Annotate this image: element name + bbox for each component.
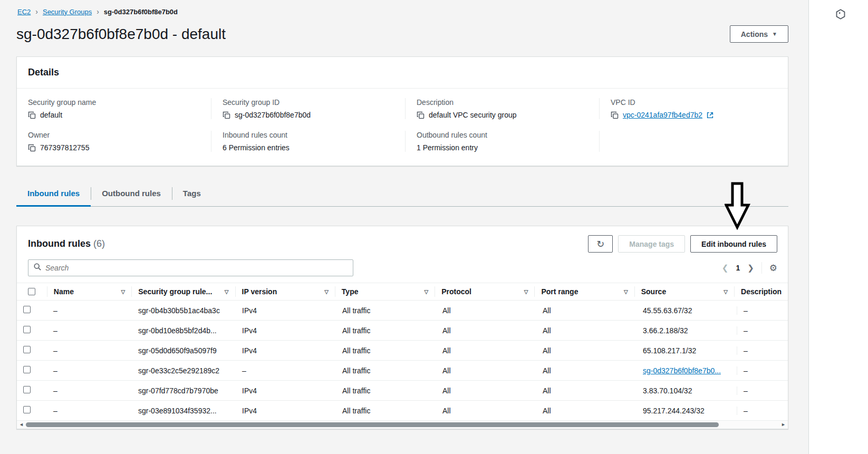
hexagon-extension-icon[interactable] — [835, 8, 846, 22]
field-security-group-name: Security group name default — [17, 98, 211, 119]
column-source: Source — [641, 287, 666, 296]
column-protocol: Protocol — [441, 287, 471, 296]
scrollbar-thumb[interactable] — [26, 422, 719, 427]
filter-icon[interactable]: ▽ — [121, 289, 126, 295]
breadcrumb-separator-icon: › — [35, 7, 38, 16]
cell-protocol: All — [436, 326, 536, 335]
filter-icon[interactable]: ▽ — [624, 289, 628, 295]
column-rule-id: Security group rule... — [138, 287, 212, 296]
scrollbar-track[interactable] — [26, 422, 779, 427]
next-page-icon[interactable]: ❯ — [747, 263, 754, 273]
horizontal-scrollbar[interactable]: ◄ ► — [17, 421, 788, 429]
actions-button[interactable]: Actions ▼ — [730, 25, 788, 43]
table-row[interactable]: – sgr-0bd10e8b5bf2d4b... IPv4 All traffi… — [17, 321, 788, 341]
table-row[interactable]: – sgr-0e33c2c5e292189c2 – All traffic Al… — [17, 361, 788, 381]
tab-outbound-rules[interactable]: Outbound rules — [91, 182, 172, 206]
vpc-id-link[interactable]: vpc-0241afa97fb4ed7b2 — [623, 111, 702, 119]
breadcrumb: EC2 › Security Groups › sg-0d327b6f0bf8e… — [16, 0, 788, 16]
copy-icon[interactable] — [28, 111, 36, 119]
filter-icon[interactable]: ▽ — [524, 289, 528, 295]
cell-rule-id: sgr-03e891034f35932... — [132, 407, 236, 415]
details-title: Details — [28, 67, 777, 78]
table-row[interactable]: – sgr-03e891034f35932... IPv4 All traffi… — [17, 401, 788, 421]
tab-inbound-rules[interactable]: Inbound rules — [16, 182, 91, 207]
cell-port-range: All — [536, 346, 636, 355]
inbound-rules-title: Inbound rules (6) — [28, 238, 105, 249]
refresh-icon: ↻ — [596, 239, 604, 249]
row-checkbox[interactable] — [23, 346, 31, 353]
filter-icon[interactable]: ▽ — [424, 289, 428, 295]
cell-port-range: All — [536, 306, 636, 315]
cell-description: – — [737, 407, 788, 415]
field-label: Outbound rules count — [417, 131, 588, 139]
row-checkbox[interactable] — [23, 326, 31, 333]
copy-icon[interactable] — [223, 111, 230, 119]
select-all-checkbox[interactable] — [28, 288, 35, 295]
cell-type: All traffic — [336, 366, 436, 375]
cell-rule-id: sgr-0bd10e8b5bf2d4b... — [132, 326, 236, 335]
field-value: 6 Permission entries — [223, 143, 290, 152]
breadcrumb-ec2-link[interactable]: EC2 — [17, 8, 31, 16]
search-input[interactable] — [45, 264, 348, 272]
cell-source: 3.83.70.104/32 — [636, 387, 737, 395]
column-ip-version: IP version — [242, 287, 277, 296]
field-label: Inbound rules count — [223, 131, 394, 139]
cell-source: 45.55.63.67/32 — [636, 306, 737, 315]
tab-tags[interactable]: Tags — [172, 182, 212, 206]
prev-page-icon[interactable]: ❮ — [722, 263, 729, 273]
row-checkbox[interactable] — [23, 366, 31, 373]
column-port-range: Port range — [541, 287, 578, 296]
manage-tags-button[interactable]: Manage tags — [618, 235, 685, 253]
tab-bar: Inbound rules Outbound rules Tags — [16, 182, 788, 207]
copy-icon[interactable] — [28, 144, 36, 152]
row-checkbox[interactable] — [23, 386, 31, 393]
filter-icon[interactable]: ▽ — [724, 289, 728, 295]
inbound-rules-table: Name▽ Security group rule...▽ IP version… — [17, 283, 788, 429]
cell-protocol: All — [436, 387, 536, 395]
field-inbound-rules-count: Inbound rules count 6 Permission entries — [211, 131, 405, 152]
search-box[interactable] — [28, 259, 353, 276]
edit-inbound-rules-button[interactable]: Edit inbound rules — [690, 235, 777, 253]
cell-type: All traffic — [336, 387, 436, 395]
search-icon — [34, 263, 41, 273]
cell-protocol: All — [436, 407, 536, 415]
field-label: VPC ID — [611, 98, 777, 107]
field-empty — [599, 131, 788, 152]
table-header-row: Name▽ Security group rule...▽ IP version… — [17, 283, 788, 301]
field-security-group-id: Security group ID sg-0d327b6f0bf8e7b0d — [211, 98, 405, 119]
details-card: Details Security group name default Secu… — [16, 56, 788, 166]
table-row[interactable]: – sgr-0b4b30b5b1ac4ba3c IPv4 All traffic… — [17, 301, 788, 321]
cell-rule-id: sgr-05d0d650f9a5097f9 — [132, 346, 236, 355]
source-security-group-link[interactable]: sg-0d327b6f0bf8e7b0... — [643, 366, 721, 375]
field-value: default VPC security group — [429, 111, 517, 119]
filter-icon[interactable]: ▽ — [324, 289, 329, 295]
inbound-rules-count: (6) — [93, 238, 105, 249]
cell-name: – — [47, 387, 132, 395]
cell-description: – — [737, 306, 788, 315]
table-row[interactable]: – sgr-07fd778cd7b7970be IPv4 All traffic… — [17, 381, 788, 401]
field-label: Security group name — [28, 98, 200, 107]
cell-protocol: All — [436, 306, 536, 315]
cell-rule-id: sgr-0e33c2c5e292189c2 — [132, 366, 236, 375]
cell-ip-version: IPv4 — [236, 306, 336, 315]
refresh-button[interactable]: ↻ — [588, 235, 613, 253]
page-number[interactable]: 1 — [736, 264, 740, 272]
copy-icon[interactable] — [611, 111, 619, 119]
cell-port-range: All — [536, 326, 636, 335]
cell-description: – — [737, 346, 788, 355]
divider — [761, 262, 762, 274]
cell-protocol: All — [436, 346, 536, 355]
field-value: default — [40, 111, 62, 119]
row-checkbox[interactable] — [23, 406, 31, 413]
settings-gear-icon[interactable]: ⚙ — [769, 263, 777, 274]
breadcrumb-security-groups-link[interactable]: Security Groups — [43, 8, 92, 16]
row-checkbox[interactable] — [23, 306, 31, 313]
cell-port-range: All — [536, 366, 636, 375]
cell-name: – — [47, 407, 132, 415]
table-row[interactable]: – sgr-05d0d650f9a5097f9 IPv4 All traffic… — [17, 341, 788, 361]
scroll-right-icon[interactable]: ► — [781, 422, 786, 427]
filter-icon[interactable]: ▽ — [225, 289, 229, 295]
copy-icon[interactable] — [417, 111, 425, 119]
column-type: Type — [342, 287, 359, 296]
scroll-left-icon[interactable]: ◄ — [19, 422, 24, 427]
